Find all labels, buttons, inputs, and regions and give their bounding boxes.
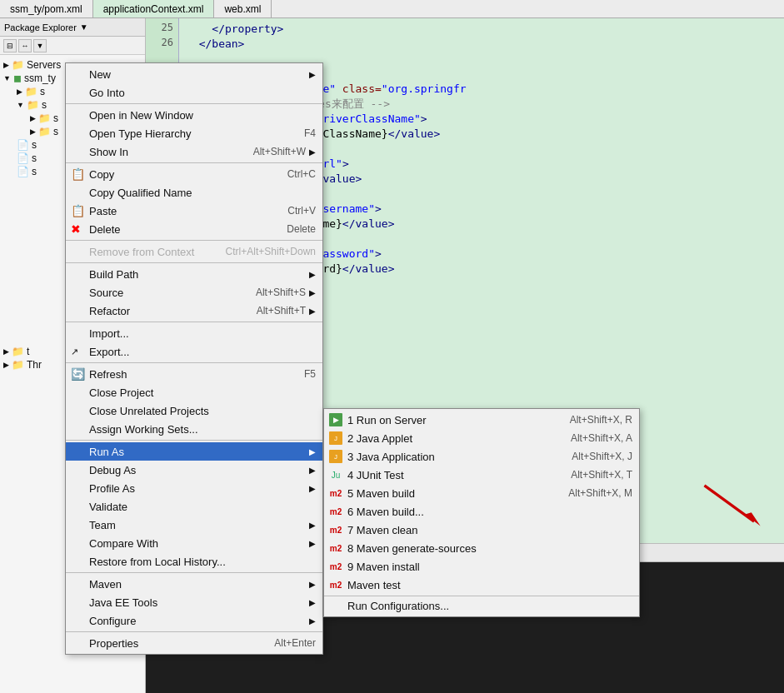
tab-pom[interactable]: ssm_ty/pom.xml [0,0,93,17]
code-line-1: </property> [186,22,777,37]
submenu-item-run-server[interactable]: ▶ 1 Run on Server Alt+Shift+X, R [324,411,639,429]
menu-item-restore-history[interactable]: Restore from Local History... [66,552,322,571]
submenu-item-run-server-shortcut: Alt+Shift+X, R [570,414,632,426]
menu-item-close-unrelated[interactable]: Close Unrelated Projects [66,401,322,420]
maven-install-icon: m2 [329,560,342,573]
menu-item-paste[interactable]: 📋 Paste Ctrl+V [66,202,322,220]
menu-item-export-label: Export... [89,346,316,358]
submenu-item-maven-build-label: 5 Maven build [347,487,568,500]
menu-item-close-project-label: Close Project [89,386,316,399]
menu-item-delete[interactable]: ✖ Delete Delete [66,220,322,238]
copy-icon: 📋 [71,167,85,181]
submenu-item-run-configs[interactable]: Run Configurations... [324,596,639,615]
menu-item-delete-label: Delete [89,223,270,236]
submenu-item-java-app[interactable]: J 3 Java Application Alt+Shift+X, J [324,447,639,466]
submenu-item-run-configs-label: Run Configurations... [347,600,632,612]
menu-item-compare-with[interactable]: Compare With ▶ [66,534,322,552]
submenu-item-run-server-label: 1 Run on Server [347,414,570,426]
tab-application-context[interactable]: applicationContext.xml [93,0,215,17]
menu-item-run-as[interactable]: Run As ▶ [66,442,322,461]
menu-item-properties-label: Properties [89,637,257,650]
menu-item-refresh[interactable]: 🔄 Refresh F5 [66,365,322,383]
menu-item-debug-as-arrow: ▶ [309,466,316,475]
separator-5 [66,322,322,322]
submenu-item-maven-install[interactable]: m2 9 Maven install [324,557,639,576]
junit-icon: Ju [329,468,342,481]
maven-clean-icon: m2 [329,523,342,536]
menu-item-paste-label: Paste [89,205,271,217]
menu-item-source-label: Source [89,287,239,299]
package-explorer-header: Package Explorer ▼ [0,18,145,37]
menu-item-debug-as[interactable]: Debug As ▶ [66,461,322,479]
menu-item-build-path[interactable]: Build Path ▶ [66,265,322,283]
maven-build-icon: m2 [329,486,342,500]
tab-bar: ssm_ty/pom.xml applicationContext.xml we… [0,0,784,18]
menu-item-import[interactable]: Import... [66,324,322,342]
menu-item-go-into[interactable]: Go Into [66,83,322,102]
menu-item-assign-working-sets-label: Assign Working Sets... [89,423,316,436]
menu-item-configure-label: Configure [89,615,306,627]
menu-item-export[interactable]: ↗ Export... [66,342,322,361]
submenu-item-junit[interactable]: Ju 4 JUnit Test Alt+Shift+X, T [324,466,639,484]
menu-item-new[interactable]: New ▶ [66,65,322,83]
menu-item-refactor[interactable]: Refactor Alt+Shift+T ▶ [66,302,322,320]
submenu-item-java-applet[interactable]: J 2 Java Applet Alt+Shift+X, A [324,429,639,447]
menu-item-maven-label: Maven [89,578,306,591]
menu-item-source-shortcut: Alt+Shift+S [256,287,306,298]
menu-item-refactor-arrow: ▶ [309,307,316,316]
s3-icon: 📁 [38,112,51,124]
menu-item-open-type-hierarchy[interactable]: Open Type Hierarchy F4 [66,124,322,142]
menu-item-assign-working-sets[interactable]: Assign Working Sets... [66,420,322,438]
submenu-item-maven-clean[interactable]: m2 7 Maven clean [324,521,639,539]
menu-item-delete-shortcut: Delete [287,223,316,235]
menu-item-maven[interactable]: Maven ▶ [66,575,322,593]
delete-icon: ✖ [71,222,81,236]
submenu-item-maven-generate[interactable]: m2 8 Maven generate-sources [324,539,639,557]
menu-item-team[interactable]: Team ▶ [66,516,322,534]
menu-item-open-type-shortcut: F4 [304,127,316,139]
menu-item-open-new-window[interactable]: Open in New Window [66,106,322,124]
menu-item-java-ee-tools[interactable]: Java EE Tools ▶ [66,593,322,611]
menu-item-go-into-label: Go Into [89,87,316,99]
menu-item-validate[interactable]: Validate [66,497,322,516]
s2-arrow: ▼ [17,101,24,109]
menu-item-close-project[interactable]: Close Project [66,383,322,401]
menu-item-remove-context[interactable]: Remove from Context Ctrl+Alt+Shift+Down [66,242,322,261]
menu-item-open-new-window-label: Open in New Window [89,109,316,122]
s4-icon: 📁 [38,126,51,137]
servers-arrow: ▶ [3,61,9,69]
menu-item-profile-as[interactable]: Profile As ▶ [66,479,322,497]
menu-item-team-label: Team [89,519,306,531]
maven-test-icon: m2 [329,578,342,591]
menu-item-configure[interactable]: Configure ▶ [66,611,322,630]
separator-2 [66,162,322,163]
menu-item-restore-history-label: Restore from Local History... [89,556,316,568]
menu-item-open-type-hierarchy-label: Open Type Hierarchy [89,127,287,140]
collapse-btn[interactable]: ⊟ [3,39,17,52]
menu-item-run-as-label: Run As [89,446,306,458]
servers-icon: 📁 [12,59,24,71]
menu-item-remove-context-label: Remove from Context [89,246,209,258]
menu-item-copy[interactable]: 📋 Copy Ctrl+C [66,165,322,183]
menu-item-properties[interactable]: Properties Alt+Enter [66,634,322,652]
servers-label: Servers [27,59,61,71]
menu-item-source[interactable]: Source Alt+Shift+S ▶ [66,283,322,302]
s6-label: s [32,152,37,164]
menu-item-profile-as-label: Profile As [89,482,306,495]
tab-web-xml[interactable]: web.xml [214,0,272,17]
submenu-item-maven-install-label: 9 Maven install [347,561,632,573]
menu-item-show-in[interactable]: Show In Alt+Shift+W ▶ [66,142,322,161]
menu-item-new-arrow: ▶ [309,70,316,79]
red-arrow [694,476,769,531]
s3-arrow: ▶ [30,114,36,122]
ssm-ty-icon: ◼ [13,72,22,84]
view-menu-btn[interactable]: ▼ [33,39,47,52]
menu-item-copy-qualified[interactable]: Copy Qualified Name [66,183,322,202]
submenu-item-maven-build[interactable]: m2 5 Maven build Alt+Shift+X, M [324,484,639,502]
java-applet-icon: J [329,431,342,445]
link-editor-btn[interactable]: ↔ [18,39,32,52]
submenu-item-maven-test[interactable]: m2 Maven test [324,576,639,594]
submenu-item-maven-build-dot[interactable]: m2 6 Maven build... [324,502,639,521]
header-menu-icon: ▼ [80,22,88,32]
submenu-item-maven-generate-label: 8 Maven generate-sources [347,542,632,555]
